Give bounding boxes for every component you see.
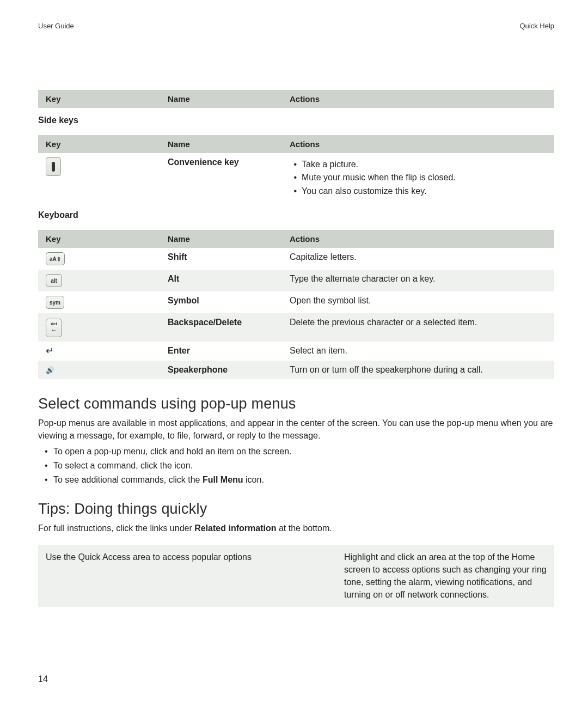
col-actions: Actions — [282, 135, 554, 153]
action-item: You can also customize this key. — [302, 185, 549, 197]
table-row: Convenience key Take a picture. Mute you… — [38, 153, 554, 203]
actions-cell: Delete the previous character or a selec… — [282, 313, 554, 342]
actions-cell: Open the symbol list. — [282, 291, 554, 313]
key-name: Speakerphone — [168, 365, 228, 374]
table-row: ↵ Enter Select an item. — [38, 342, 554, 361]
actions-cell: Select an item. — [282, 342, 554, 361]
del-label: del — [51, 322, 57, 326]
text: at the bottom. — [276, 524, 332, 533]
col-key: Key — [38, 135, 160, 153]
action-item: Mute your music when the flip is closed. — [302, 172, 549, 184]
backspace-arrow-icon: ← — [51, 327, 57, 333]
full-menu-label: Full Menu — [203, 475, 243, 484]
table-row: del ← Backspace/Delete Delete the previo… — [38, 313, 554, 342]
key-cell: 🔊 — [38, 361, 160, 379]
actions-cell: Type the alternate character on a key. — [282, 270, 554, 291]
del-keycap-icon: del ← — [46, 319, 62, 337]
name-cell: Convenience key — [160, 153, 282, 203]
key-name: Symbol — [168, 296, 199, 305]
name-cell: Speakerphone — [160, 361, 282, 379]
key-name: Alt — [168, 274, 179, 283]
actions-cell: Capitalize letters. — [282, 248, 554, 270]
key-name: Shift — [168, 252, 187, 261]
key-cell — [38, 153, 160, 203]
tips-table: Use the Quick Access area to access popu… — [38, 545, 554, 607]
text: For full instructions, click the links u… — [38, 524, 194, 533]
list-item: To see additional commands, click the Fu… — [50, 473, 554, 486]
convenience-key-icon — [46, 157, 61, 176]
col-actions: Actions — [282, 230, 554, 248]
action-item: Take a picture. — [302, 159, 549, 171]
empty-header-table: Key Name Actions — [38, 90, 554, 108]
enter-keycap-icon: ↵ — [46, 345, 54, 356]
actions-cell: Turn on or turn off the speakerphone dur… — [282, 361, 554, 379]
popup-bullet-list: To open a pop-up menu, click and hold an… — [50, 445, 554, 486]
heading-popup-menus: Select commands using pop-up menus — [38, 395, 554, 412]
running-header: User Guide Quick Help — [38, 22, 554, 30]
name-cell: Shift — [160, 248, 282, 270]
key-name: Convenience key — [168, 157, 239, 167]
key-cell: sym — [38, 291, 160, 313]
list-item: To select a command, click the icon. — [50, 459, 554, 472]
table-row: aA⇧ Shift Capitalize letters. — [38, 248, 554, 270]
name-cell: Backspace/Delete — [160, 313, 282, 342]
tips-intro: For full instructions, click the links u… — [38, 522, 554, 534]
col-name: Name — [160, 135, 282, 153]
table-row: Use the Quick Access area to access popu… — [38, 545, 554, 607]
speaker-keycap-icon: 🔊 — [46, 366, 54, 374]
col-actions: Actions — [282, 90, 554, 108]
shift-keycap-icon: aA⇧ — [46, 252, 65, 265]
key-name: Backspace/Delete — [168, 318, 242, 327]
keyboard-table: Key Name Actions aA⇧ Shift Capitalize le… — [38, 230, 554, 379]
name-cell: Symbol — [160, 291, 282, 313]
text: icon. — [243, 475, 264, 484]
sym-keycap-icon: sym — [46, 296, 64, 309]
list-item: To open a pop-up menu, click and hold an… — [50, 445, 554, 458]
name-cell: Enter — [160, 342, 282, 361]
header-left: User Guide — [38, 22, 74, 30]
page-number: 14 — [38, 674, 48, 684]
table-row: sym Symbol Open the symbol list. — [38, 291, 554, 313]
col-key: Key — [38, 90, 160, 108]
section-keyboard: Keyboard — [38, 210, 554, 220]
key-cell: alt — [38, 270, 160, 291]
table-row: alt Alt Type the alternate character on … — [38, 270, 554, 291]
col-name: Name — [160, 90, 282, 108]
name-cell: Alt — [160, 270, 282, 291]
key-name: Enter — [168, 346, 190, 355]
key-cell: ↵ — [38, 342, 160, 361]
tip-desc: Highlight and click an area at the top o… — [336, 545, 554, 607]
table-row: 🔊 Speakerphone Turn on or turn off the s… — [38, 361, 554, 379]
popup-paragraph: Pop-up menus are available in most appli… — [38, 417, 554, 442]
key-cell: del ← — [38, 313, 160, 342]
actions-cell: Take a picture. Mute your music when the… — [282, 153, 554, 203]
tip-title: Use the Quick Access area to access popu… — [38, 545, 336, 607]
col-name: Name — [160, 230, 282, 248]
side-keys-table: Key Name Actions Convenience key Take a … — [38, 135, 554, 203]
text: To see additional commands, click the — [53, 475, 203, 484]
related-information-label: Related information — [194, 524, 276, 533]
heading-tips: Tips: Doing things quickly — [38, 501, 554, 518]
header-right: Quick Help — [519, 22, 554, 30]
alt-keycap-icon: alt — [46, 274, 62, 287]
key-cell: aA⇧ — [38, 248, 160, 270]
col-key: Key — [38, 230, 160, 248]
section-side-keys: Side keys — [38, 115, 554, 125]
